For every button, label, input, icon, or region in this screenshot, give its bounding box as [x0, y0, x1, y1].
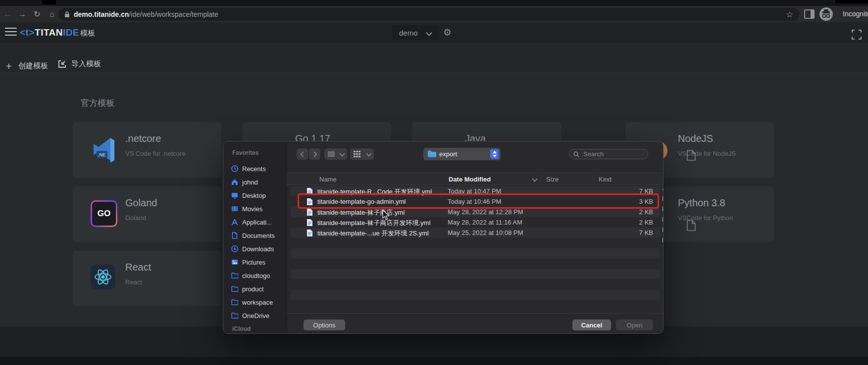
sort-chevron-down-icon[interactable]: [532, 176, 537, 182]
template-card-goland[interactable]: GO Goland Goland: [73, 186, 221, 242]
yaml-file-icon: [306, 208, 313, 218]
column-kind[interactable]: Kind: [599, 176, 612, 183]
file-name: titanide-template-...ue 开发环境 2S.yml: [317, 229, 429, 238]
reload-icon[interactable]: ↻: [30, 9, 45, 19]
empty-row: [287, 259, 664, 269]
incognito-avatar-icon[interactable]: [819, 7, 833, 21]
clock-icon: [231, 165, 238, 172]
sidebar-item-label: OneDrive: [242, 312, 269, 319]
sidebar-item-applicati---[interactable]: Applicati...: [231, 217, 272, 228]
folder-icon: [231, 312, 238, 319]
mouse-cursor: [382, 210, 390, 223]
sidebar-item-downloads[interactable]: Downloads: [231, 243, 274, 254]
create-template-button[interactable]: ＋ 创建模板: [4, 59, 48, 72]
svg-text:.NE: .NE: [98, 152, 105, 157]
highlight-annotation-box: [298, 193, 659, 209]
icloud-header: iCloud: [232, 325, 251, 332]
dialog-sidebar: Favorites RecentsjohndDesktopMoviesAppli…: [223, 141, 287, 334]
template-file-icon: [687, 150, 696, 163]
empty-row: [287, 269, 664, 279]
film-icon: [231, 205, 238, 212]
stepper-icon[interactable]: [490, 149, 499, 159]
desktop-icon: [231, 192, 238, 199]
template-file-icon: [687, 220, 696, 233]
bookmark-star-icon[interactable]: ☆: [786, 9, 793, 20]
options-button[interactable]: Options: [304, 319, 345, 330]
divider: [287, 313, 664, 314]
file-name: titanide-template-袜子商店开发环境.yml: [317, 219, 430, 228]
search-icon: [573, 151, 579, 157]
folder-icon: [231, 272, 238, 279]
back-icon[interactable]: ←: [0, 10, 15, 19]
card-subtitle: React: [125, 278, 142, 286]
sidebar-item-label: Movies: [242, 205, 262, 213]
card-title: Python 3.8: [678, 197, 725, 209]
search-input[interactable]: [582, 150, 639, 158]
search-field[interactable]: [569, 149, 648, 159]
file-row[interactable]: titanide-template-袜子商店开发环境.yml May 28, 2…: [287, 217, 664, 228]
sidebar-item-product[interactable]: product: [231, 283, 263, 294]
dialog-forward-button[interactable]: [309, 148, 320, 160]
file-size: 2 KB: [627, 208, 653, 216]
sidebar-item-onedrive[interactable]: OneDrive: [231, 310, 269, 321]
grid-view-icon: [354, 151, 360, 157]
url-path: /ide/web/workspace/template: [129, 10, 218, 18]
applications-icon: [231, 219, 238, 226]
create-template-label: 创建模板: [18, 61, 48, 71]
react-icon: [91, 265, 117, 291]
column-date-modified[interactable]: Date Modified: [449, 176, 491, 183]
sidebar-item-johnd[interactable]: johnd: [231, 177, 258, 187]
column-name[interactable]: Name: [319, 176, 337, 183]
footer-strip-dark: [0, 357, 868, 365]
sidebar-item-workspace[interactable]: workspace: [231, 297, 273, 308]
list-view-button[interactable]: [324, 148, 347, 160]
empty-row: [287, 290, 664, 300]
empty-row: [287, 248, 664, 259]
empty-row: [287, 238, 664, 248]
incognito-label: Incognito: [843, 10, 868, 18]
sidebar-item-label: johnd: [242, 179, 258, 186]
open-button[interactable]: Open: [616, 319, 653, 330]
lock-icon: [64, 11, 70, 18]
sidebar-item-desktop[interactable]: Desktop: [231, 190, 266, 201]
import-icon: [58, 60, 66, 68]
cancel-button[interactable]: Cancel: [572, 319, 611, 330]
sidebar-item-documents[interactable]: Documents: [231, 230, 275, 241]
column-size[interactable]: Size: [546, 176, 559, 183]
hamburger-menu-icon[interactable]: [0, 27, 22, 37]
folder-icon: [428, 150, 436, 157]
template-card-react[interactable]: React React: [73, 251, 221, 306]
sidebar-item-movies[interactable]: Movies: [231, 203, 262, 214]
dialog-back-button[interactable]: [297, 148, 308, 160]
sidebar-item-pictures[interactable]: Pictures: [231, 257, 265, 268]
sidebar-item-label: product: [242, 285, 263, 293]
sidebar-item-recents[interactable]: Recents: [231, 163, 266, 174]
file-date: May 28, 2022 at 11:16 AM: [448, 219, 522, 226]
logo-titan: TITAN: [35, 27, 63, 38]
home-icon: [231, 179, 238, 185]
gear-icon[interactable]: ⚙: [443, 27, 452, 38]
side-panel-icon[interactable]: [804, 9, 815, 19]
file-date: May 28, 2022 at 12:28 PM: [448, 208, 523, 216]
address-bar[interactable]: demo.titanide.cn/ide/web/workspace/templ…: [58, 8, 799, 21]
sidebar-item-label: cloudtogo: [242, 272, 270, 279]
card-title: NodeJS: [678, 133, 713, 144]
titanide-logo[interactable]: <t>TITANIDE: [20, 27, 79, 38]
netcore-icon: .NE: [91, 136, 117, 163]
sidebar-item-label: Pictures: [242, 259, 265, 266]
import-template-button[interactable]: 导入模板: [58, 59, 101, 69]
section-title: 官方模板: [81, 97, 114, 109]
home-icon[interactable]: ⌂: [45, 10, 59, 19]
forward-icon[interactable]: →: [15, 10, 30, 19]
sidebar-item-label: Downloads: [242, 245, 274, 253]
empty-row: [287, 300, 664, 311]
url-host: demo.titanide.cn: [74, 10, 129, 18]
location-dropdown[interactable]: export: [423, 148, 501, 160]
document-icon: [231, 232, 238, 239]
grid-view-button[interactable]: [350, 148, 374, 160]
sidebar-item-cloudtogo[interactable]: cloudtogo: [231, 270, 270, 281]
fullscreen-icon[interactable]: [852, 30, 862, 42]
template-card-netcore[interactable]: .NE .netcore VS Code for .netcore: [73, 122, 221, 178]
file-size: 2 KB: [627, 219, 653, 226]
file-row[interactable]: titanide-template-...ue 开发环境 2S.yml May …: [287, 228, 664, 238]
